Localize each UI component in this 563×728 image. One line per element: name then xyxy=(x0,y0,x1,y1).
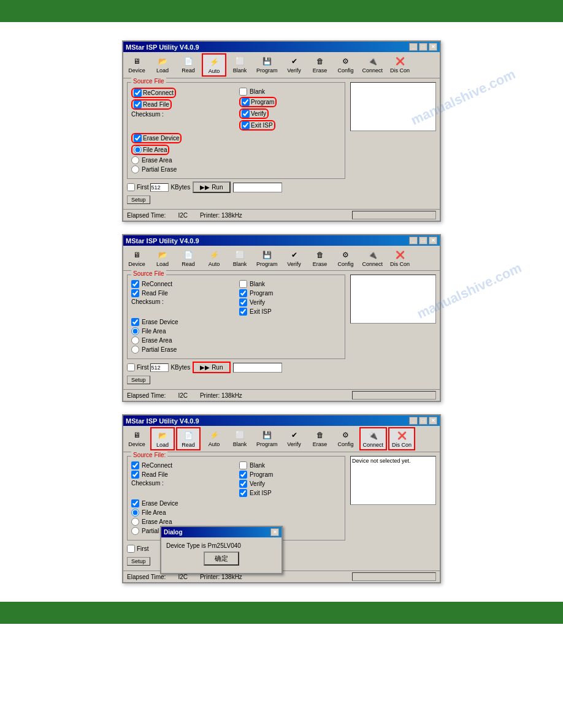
w2-toolbar-device[interactable]: Device xyxy=(124,247,149,269)
w2-run-output-field xyxy=(233,363,282,373)
w2-first-checkbox[interactable] xyxy=(127,363,135,371)
exitisp-checkbox[interactable] xyxy=(242,121,250,129)
close-button[interactable]: ✕ xyxy=(429,43,437,51)
dialog-close[interactable]: ✕ xyxy=(270,528,279,536)
w3-setup-button[interactable]: Setup xyxy=(127,557,150,566)
setup-button[interactable]: Setup xyxy=(127,195,150,204)
w2-left-options: ReConnect Read File Checksum : xyxy=(131,279,233,317)
w3-maximize[interactable]: □ xyxy=(419,417,427,425)
w2-partialerase-radio[interactable] xyxy=(131,346,139,354)
toolbar-connect[interactable]: Connect xyxy=(359,53,386,77)
w3-erase-icon xyxy=(313,429,327,441)
w2-toolbar-verify[interactable]: Verify xyxy=(282,247,307,269)
w2-close[interactable]: ✕ xyxy=(429,237,437,245)
w2-exitisp-checkbox[interactable] xyxy=(239,308,247,316)
w2-program-checkbox[interactable] xyxy=(239,289,247,297)
w3-config-label: Config xyxy=(338,441,354,447)
kb-input[interactable] xyxy=(150,183,169,192)
w3-erasearea-radio[interactable] xyxy=(131,518,139,526)
run-button[interactable]: ▶ Run xyxy=(193,181,230,193)
partialerase-radio[interactable] xyxy=(131,165,139,173)
w3-erasedevice-row: Erase Device xyxy=(131,499,341,507)
w2-erasedevice-checkbox[interactable] xyxy=(131,318,139,326)
reconnect-checkbox[interactable] xyxy=(134,89,142,97)
verify-icon xyxy=(287,55,302,67)
w3-first-checkbox[interactable] xyxy=(127,545,135,553)
w3-close[interactable]: ✕ xyxy=(429,417,437,425)
w2-toolbar-auto[interactable]: Auto xyxy=(202,247,226,269)
toolbar-erase[interactable]: Erase xyxy=(308,53,332,77)
verify-checkbox[interactable] xyxy=(242,110,250,118)
w2-discon-label: Dis Con xyxy=(390,261,410,267)
dialog-ok-button[interactable]: 确定 xyxy=(204,552,239,566)
w3-toolbar-erase[interactable]: Erase xyxy=(308,427,332,450)
w3-exitisp-checkbox[interactable] xyxy=(239,489,247,497)
first-checkbox[interactable] xyxy=(127,183,135,191)
w2-verify-checkbox[interactable] xyxy=(239,298,247,306)
w3-toolbar-verify[interactable]: Verify xyxy=(282,427,307,450)
w2-run-button[interactable]: ▶ Run xyxy=(193,362,230,373)
w2-setup-button[interactable]: Setup xyxy=(127,376,150,384)
w3-verify-checkbox[interactable] xyxy=(239,480,247,488)
w3-toolbar-auto[interactable]: Auto xyxy=(202,427,226,450)
program-checkbox[interactable] xyxy=(242,98,250,106)
w2-toolbar-erase[interactable]: Erase xyxy=(308,247,332,269)
erasearea-radio[interactable] xyxy=(131,156,139,164)
w3-toolbar-load[interactable]: Load xyxy=(150,427,175,450)
w3-toolbar-device[interactable]: Device xyxy=(124,427,149,450)
w2-blank-checkbox[interactable] xyxy=(239,280,247,288)
minimize-button[interactable]: _ xyxy=(409,43,418,51)
w2-erasearea-radio[interactable] xyxy=(131,336,139,344)
w3-minimize[interactable]: _ xyxy=(409,417,418,425)
maximize-button[interactable]: □ xyxy=(419,43,427,51)
window3-titlebar: MStar ISP Utility V4.0.9 _ □ ✕ xyxy=(123,415,440,426)
w2-kb-input[interactable] xyxy=(150,363,169,372)
w2-verify-text: Verify xyxy=(250,299,265,306)
w3-toolbar-read[interactable]: Read xyxy=(176,427,201,450)
w2-toolbar-config[interactable]: Config xyxy=(334,247,358,269)
w3-filearea-radio[interactable] xyxy=(131,509,139,517)
erasedevice-checkbox[interactable] xyxy=(134,134,142,142)
w2-program-icon xyxy=(259,249,274,261)
w3-exitisp-row: Exit ISP xyxy=(239,489,341,497)
w3-toolbar-config[interactable]: Config xyxy=(334,427,358,450)
w2-maximize[interactable]: □ xyxy=(419,237,427,245)
toolbar-read[interactable]: Read xyxy=(176,53,201,77)
w3-partialerase-radio[interactable] xyxy=(131,527,139,535)
w3-right-options: Blank Program Verify xyxy=(239,460,341,498)
w2-toolbar-program[interactable]: Program xyxy=(253,247,281,269)
toolbar-load[interactable]: Load xyxy=(150,53,175,77)
w2-minimize[interactable]: _ xyxy=(409,237,418,245)
w3-erasedevice-checkbox[interactable] xyxy=(131,499,139,507)
window1-titlebar: MStar ISP Utility V4.0.9 _ □ ✕ xyxy=(123,42,440,52)
w2-toolbar-load[interactable]: Load xyxy=(150,247,175,269)
w2-toolbar-read[interactable]: Read xyxy=(176,247,201,269)
w2-right-options: Blank Program Verify xyxy=(239,279,341,317)
w2-filearea-radio[interactable] xyxy=(131,327,139,335)
w3-program-checkbox[interactable] xyxy=(239,471,247,479)
toolbar-device[interactable]: Device xyxy=(124,53,149,77)
w2-toolbar-connect[interactable]: Connect xyxy=(359,247,386,269)
readfile-checkbox[interactable] xyxy=(134,100,142,108)
filearea-radio[interactable] xyxy=(134,146,142,154)
blank-checkbox[interactable] xyxy=(239,88,247,96)
w3-toolbar-discon[interactable]: Dis Con xyxy=(388,427,415,450)
toolbar-discon[interactable]: Dis Con xyxy=(387,53,413,77)
toolbar-blank[interactable]: Blank xyxy=(228,53,252,77)
w3-readfile-checkbox[interactable] xyxy=(131,471,139,479)
toolbar-verify[interactable]: Verify xyxy=(282,53,307,77)
w3-toolbar-program[interactable]: Program xyxy=(253,427,281,450)
w2-toolbar-discon[interactable]: Dis Con xyxy=(387,247,413,269)
w3-blank-checkbox[interactable] xyxy=(239,461,247,469)
toolbar-auto[interactable]: Auto xyxy=(202,53,226,77)
w3-toolbar-blank[interactable]: Blank xyxy=(228,427,252,450)
w3-toolbar-connect[interactable]: Connect xyxy=(359,427,388,450)
w2-readfile-checkbox[interactable] xyxy=(131,289,139,297)
w3-reconnect-checkbox[interactable] xyxy=(131,461,139,469)
w2-toolbar-blank[interactable]: Blank xyxy=(228,247,252,269)
read-icon xyxy=(181,55,196,67)
toolbar-config[interactable]: Config xyxy=(334,53,358,77)
toolbar-program[interactable]: Program xyxy=(253,53,281,77)
w2-erasearea-row: Erase Area xyxy=(131,336,341,344)
w2-reconnect-checkbox[interactable] xyxy=(131,280,139,288)
